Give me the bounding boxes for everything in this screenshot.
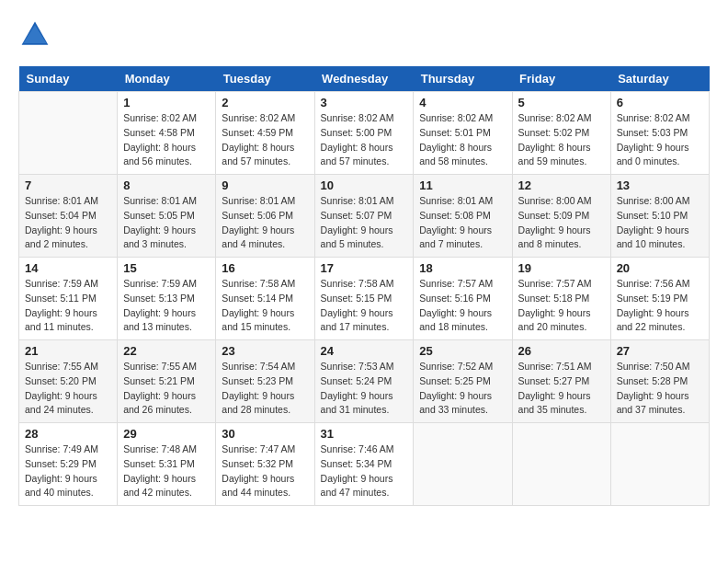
day-number: 9 (222, 178, 308, 192)
day-number: 22 (123, 344, 210, 358)
day-info: Sunrise: 8:01 AM Sunset: 5:05 PM Dayligh… (123, 194, 210, 252)
calendar-table: SundayMondayTuesdayWednesdayThursdayFrid… (18, 66, 710, 506)
day-info: Sunrise: 7:49 AM Sunset: 5:29 PM Dayligh… (25, 442, 111, 500)
day-info: Sunrise: 7:58 AM Sunset: 5:15 PM Dayligh… (321, 277, 408, 335)
calendar-day-cell: 1Sunrise: 8:02 AM Sunset: 4:58 PM Daylig… (118, 92, 216, 175)
calendar-day-cell: 27Sunrise: 7:50 AM Sunset: 5:28 PM Dayli… (610, 340, 709, 423)
day-info: Sunrise: 8:01 AM Sunset: 5:06 PM Dayligh… (222, 194, 308, 252)
day-number: 4 (419, 96, 506, 109)
day-info: Sunrise: 8:01 AM Sunset: 5:07 PM Dayligh… (321, 194, 408, 252)
calendar-day-cell: 22Sunrise: 7:55 AM Sunset: 5:21 PM Dayli… (118, 340, 216, 423)
calendar-day-cell: 17Sunrise: 7:58 AM Sunset: 5:15 PM Dayli… (314, 258, 414, 340)
day-info: Sunrise: 7:52 AM Sunset: 5:25 PM Dayligh… (419, 360, 506, 418)
calendar-day-cell: 28Sunrise: 7:49 AM Sunset: 5:29 PM Dayli… (19, 423, 118, 506)
day-number: 24 (321, 344, 408, 358)
day-info: Sunrise: 7:51 AM Sunset: 5:27 PM Dayligh… (518, 360, 605, 418)
calendar-day-cell: 14Sunrise: 7:59 AM Sunset: 5:11 PM Dayli… (19, 258, 118, 340)
calendar-day-cell: 5Sunrise: 8:02 AM Sunset: 5:02 PM Daylig… (512, 92, 610, 175)
day-info: Sunrise: 8:01 AM Sunset: 5:04 PM Dayligh… (25, 194, 111, 252)
weekday-header-row: SundayMondayTuesdayWednesdayThursdayFrid… (19, 66, 710, 92)
day-info: Sunrise: 8:02 AM Sunset: 5:03 PM Dayligh… (617, 111, 703, 169)
calendar-day-cell: 12Sunrise: 8:00 AM Sunset: 5:09 PM Dayli… (512, 175, 610, 258)
day-info: Sunrise: 8:02 AM Sunset: 5:02 PM Dayligh… (518, 111, 605, 169)
day-number: 21 (25, 344, 111, 358)
calendar-day-cell (610, 423, 709, 506)
logo (18, 18, 57, 52)
weekday-header-friday: Friday (512, 66, 610, 92)
calendar-day-cell: 15Sunrise: 7:59 AM Sunset: 5:13 PM Dayli… (118, 258, 216, 340)
calendar-day-cell: 6Sunrise: 8:02 AM Sunset: 5:03 PM Daylig… (610, 92, 709, 175)
calendar-week-row: 21Sunrise: 7:55 AM Sunset: 5:20 PM Dayli… (19, 340, 710, 423)
svg-marker-1 (23, 25, 46, 43)
day-number: 25 (419, 344, 506, 358)
day-number: 20 (617, 261, 703, 275)
day-number: 11 (419, 178, 506, 192)
calendar-day-cell: 31Sunrise: 7:46 AM Sunset: 5:34 PM Dayli… (314, 423, 414, 506)
weekday-header-tuesday: Tuesday (216, 66, 314, 92)
calendar-week-row: 14Sunrise: 7:59 AM Sunset: 5:11 PM Dayli… (19, 258, 710, 340)
day-number: 1 (123, 96, 210, 109)
calendar-day-cell: 2Sunrise: 8:02 AM Sunset: 4:59 PM Daylig… (216, 92, 314, 175)
weekday-header-sunday: Sunday (19, 66, 118, 92)
calendar-day-cell: 26Sunrise: 7:51 AM Sunset: 5:27 PM Dayli… (512, 340, 610, 423)
day-info: Sunrise: 7:53 AM Sunset: 5:24 PM Dayligh… (321, 360, 408, 418)
calendar-day-cell: 13Sunrise: 8:00 AM Sunset: 5:10 PM Dayli… (610, 175, 709, 258)
day-number: 3 (321, 96, 408, 109)
day-number: 29 (123, 427, 210, 441)
calendar-day-cell: 7Sunrise: 8:01 AM Sunset: 5:04 PM Daylig… (19, 175, 118, 258)
day-info: Sunrise: 7:56 AM Sunset: 5:19 PM Dayligh… (617, 277, 703, 335)
calendar-day-cell: 30Sunrise: 7:47 AM Sunset: 5:32 PM Dayli… (216, 423, 314, 506)
weekday-header-monday: Monday (118, 66, 216, 92)
calendar-week-row: 1Sunrise: 8:02 AM Sunset: 4:58 PM Daylig… (19, 92, 710, 175)
calendar-day-cell: 23Sunrise: 7:54 AM Sunset: 5:23 PM Dayli… (216, 340, 314, 423)
weekday-header-saturday: Saturday (610, 66, 709, 92)
day-info: Sunrise: 8:01 AM Sunset: 5:08 PM Dayligh… (419, 194, 506, 252)
weekday-header-thursday: Thursday (414, 66, 512, 92)
calendar-day-cell (414, 423, 512, 506)
calendar-day-cell: 24Sunrise: 7:53 AM Sunset: 5:24 PM Dayli… (314, 340, 414, 423)
day-info: Sunrise: 7:54 AM Sunset: 5:23 PM Dayligh… (222, 360, 308, 418)
day-number: 13 (617, 178, 703, 192)
day-info: Sunrise: 8:02 AM Sunset: 5:01 PM Dayligh… (419, 111, 506, 169)
calendar-body: 1Sunrise: 8:02 AM Sunset: 4:58 PM Daylig… (19, 92, 710, 506)
day-info: Sunrise: 8:02 AM Sunset: 4:58 PM Dayligh… (123, 111, 210, 169)
day-number: 27 (617, 344, 703, 358)
calendar-header: SundayMondayTuesdayWednesdayThursdayFrid… (19, 66, 710, 92)
day-info: Sunrise: 7:46 AM Sunset: 5:34 PM Dayligh… (321, 442, 408, 500)
calendar-day-cell: 21Sunrise: 7:55 AM Sunset: 5:20 PM Dayli… (19, 340, 118, 423)
day-info: Sunrise: 7:48 AM Sunset: 5:31 PM Dayligh… (123, 442, 210, 500)
calendar-day-cell: 29Sunrise: 7:48 AM Sunset: 5:31 PM Dayli… (118, 423, 216, 506)
calendar-day-cell: 19Sunrise: 7:57 AM Sunset: 5:18 PM Dayli… (512, 258, 610, 340)
day-number: 26 (518, 344, 605, 358)
day-number: 17 (321, 261, 408, 275)
day-number: 7 (25, 178, 111, 192)
day-info: Sunrise: 7:55 AM Sunset: 5:21 PM Dayligh… (123, 360, 210, 418)
day-info: Sunrise: 7:47 AM Sunset: 5:32 PM Dayligh… (222, 442, 308, 500)
day-info: Sunrise: 7:57 AM Sunset: 5:16 PM Dayligh… (419, 277, 506, 335)
calendar-day-cell: 18Sunrise: 7:57 AM Sunset: 5:16 PM Dayli… (414, 258, 512, 340)
day-info: Sunrise: 8:02 AM Sunset: 5:00 PM Dayligh… (321, 111, 408, 169)
page-header (18, 18, 710, 52)
calendar-day-cell (19, 92, 118, 175)
calendar-day-cell: 8Sunrise: 8:01 AM Sunset: 5:05 PM Daylig… (118, 175, 216, 258)
calendar-day-cell: 4Sunrise: 8:02 AM Sunset: 5:01 PM Daylig… (414, 92, 512, 175)
calendar-week-row: 7Sunrise: 8:01 AM Sunset: 5:04 PM Daylig… (19, 175, 710, 258)
day-number: 2 (222, 96, 308, 109)
day-info: Sunrise: 7:57 AM Sunset: 5:18 PM Dayligh… (518, 277, 605, 335)
day-info: Sunrise: 7:50 AM Sunset: 5:28 PM Dayligh… (617, 360, 703, 418)
day-number: 8 (123, 178, 210, 192)
calendar-day-cell: 11Sunrise: 8:01 AM Sunset: 5:08 PM Dayli… (414, 175, 512, 258)
calendar-day-cell: 20Sunrise: 7:56 AM Sunset: 5:19 PM Dayli… (610, 258, 709, 340)
calendar-day-cell (512, 423, 610, 506)
day-info: Sunrise: 7:55 AM Sunset: 5:20 PM Dayligh… (25, 360, 111, 418)
day-info: Sunrise: 8:00 AM Sunset: 5:09 PM Dayligh… (518, 194, 605, 252)
day-info: Sunrise: 7:58 AM Sunset: 5:14 PM Dayligh… (222, 277, 308, 335)
day-number: 30 (222, 427, 308, 441)
day-number: 6 (617, 96, 703, 109)
day-info: Sunrise: 7:59 AM Sunset: 5:13 PM Dayligh… (123, 277, 210, 335)
calendar-week-row: 28Sunrise: 7:49 AM Sunset: 5:29 PM Dayli… (19, 423, 710, 506)
day-number: 16 (222, 261, 308, 275)
day-info: Sunrise: 7:59 AM Sunset: 5:11 PM Dayligh… (25, 277, 111, 335)
day-number: 15 (123, 261, 210, 275)
calendar-day-cell: 10Sunrise: 8:01 AM Sunset: 5:07 PM Dayli… (314, 175, 414, 258)
